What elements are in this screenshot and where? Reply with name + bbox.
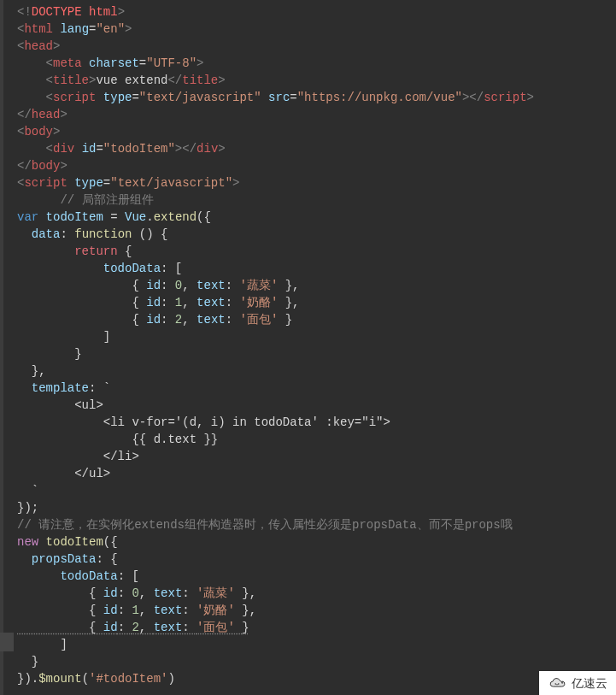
code-line[interactable]: <ul>: [17, 397, 616, 414]
code-line[interactable]: new todoItem({: [17, 533, 616, 551]
code-line[interactable]: { id: 1, text: '奶酪' },: [17, 602, 616, 619]
code-line[interactable]: { id: 1, text: '奶酪' },: [17, 294, 616, 311]
code-line[interactable]: </ul>: [17, 465, 616, 482]
code-line[interactable]: propsData: {: [17, 551, 616, 568]
watermark-text: 亿速云: [572, 674, 607, 692]
code-line[interactable]: </head>: [17, 106, 616, 123]
code-line[interactable]: { id: 2, text: '面包' }: [17, 311, 616, 328]
code-line[interactable]: { id: 2, text: '面包' }: [17, 619, 616, 636]
code-line[interactable]: <script type="text/javascript">: [17, 174, 616, 191]
gutter-marker: [0, 633, 14, 651]
code-line[interactable]: // 局部注册组件: [17, 191, 616, 209]
code-line[interactable]: </li>: [17, 448, 616, 465]
code-line[interactable]: var todoItem = Vue.extend({: [17, 209, 616, 226]
code-line[interactable]: </body>: [17, 157, 616, 174]
code-line[interactable]: `: [17, 482, 616, 499]
code-line[interactable]: },: [17, 362, 616, 380]
code-line[interactable]: <title>vue extend</title>: [17, 72, 616, 89]
code-line[interactable]: <body>: [17, 123, 616, 140]
code-line[interactable]: {{ d.text }}: [17, 431, 616, 448]
code-line[interactable]: <!DOCTYPE html>: [17, 3, 616, 21]
code-line[interactable]: ]: [17, 328, 616, 345]
watermark-badge: 亿速云: [539, 671, 616, 695]
code-line[interactable]: data: function () {: [17, 226, 616, 243]
code-line[interactable]: <head>: [17, 38, 616, 55]
code-line[interactable]: <div id="todoItem"></div>: [17, 140, 616, 157]
code-line[interactable]: }: [17, 345, 616, 362]
editor-gutter: [0, 0, 3, 695]
code-line[interactable]: <li v-for='(d, i) in todoData' :key="i">: [17, 414, 616, 431]
code-line[interactable]: <script type="text/javascript" src="http…: [17, 89, 616, 106]
code-line[interactable]: <meta charset="UTF-8">: [17, 55, 616, 72]
code-line[interactable]: todoData: [: [17, 260, 616, 277]
code-line[interactable]: { id: 0, text: '蔬菜' },: [17, 585, 616, 602]
code-editor[interactable]: <!DOCTYPE html><html lang="en"><head> <m…: [0, 0, 616, 691]
cloud-icon: [548, 674, 566, 692]
code-line[interactable]: <html lang="en">: [17, 21, 616, 38]
code-line[interactable]: return {: [17, 243, 616, 260]
code-line[interactable]: template: `: [17, 380, 616, 397]
code-line[interactable]: });: [17, 499, 616, 516]
code-line[interactable]: todoData: [: [17, 568, 616, 585]
code-line[interactable]: }).$mount('#todoItem'): [17, 670, 616, 687]
code-line[interactable]: }: [17, 653, 616, 670]
code-line[interactable]: // 请注意，在实例化extends组件构造器时，传入属性必须是propsDat…: [17, 516, 616, 533]
code-line[interactable]: { id: 0, text: '蔬菜' },: [17, 277, 616, 294]
code-line[interactable]: ]: [17, 636, 616, 653]
